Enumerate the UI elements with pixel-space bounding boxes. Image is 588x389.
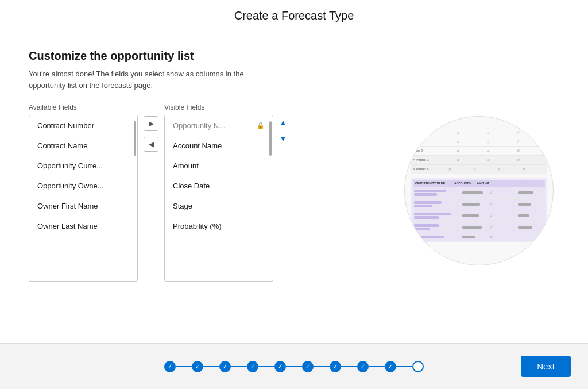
mini-cell: #: [498, 167, 520, 172]
mini-header-cell: ▪▪▪: [500, 182, 520, 185]
preview-inner: ...t Family B # # # Row 1 # # # Row 2 #: [405, 117, 553, 265]
mini-cell: [518, 191, 544, 195]
check-icon: ✓: [305, 363, 310, 369]
left-section: Customize the opportunity list You're al…: [29, 49, 376, 332]
reorder-arrows: ▲ ▼: [273, 116, 293, 145]
mini-cell: [414, 224, 460, 231]
step-line: [341, 366, 357, 367]
mini-cell: [414, 189, 460, 197]
available-fields-list[interactable]: Contract Number Contract Name Opportunit…: [29, 115, 138, 282]
main-content: Customize the opportunity list You're al…: [0, 32, 588, 343]
step-8: ✓: [357, 361, 369, 372]
page-title: Create a Forecast Type: [11, 9, 577, 22]
mini-cell: #: [517, 148, 545, 153]
check-icon: ✓: [250, 363, 255, 369]
mini-cell: Row 1: [413, 140, 455, 143]
check-icon: ✓: [278, 363, 283, 369]
mini-cell: #: [457, 157, 485, 163]
mini-cell: #: [487, 148, 514, 153]
step-6: ✓: [302, 361, 314, 372]
mini-table-row: > Period 4 # # # #: [411, 165, 547, 174]
mini-cell: #: [490, 202, 516, 206]
mini-cell: ...t Family B: [413, 130, 455, 134]
move-down-button[interactable]: ▼: [277, 132, 289, 145]
mini-cell: [462, 235, 488, 239]
mini-cell: #: [490, 191, 516, 195]
list-item[interactable]: Contract Number: [29, 115, 137, 136]
step-line: [203, 366, 219, 367]
mini-cell: [518, 214, 544, 218]
available-fields-label: Available Fields: [29, 103, 138, 111]
mini-header-cell: ACCOUNT NAME: [454, 182, 475, 185]
list-item[interactable]: Opportunity Owne...: [29, 176, 137, 196]
mini-header-cell: ▪▪: [522, 182, 543, 185]
mini-table-row: Row 1 # # #: [411, 137, 547, 147]
next-button[interactable]: Next: [521, 356, 571, 377]
step-3: ✓: [219, 361, 231, 372]
list-item[interactable]: Owner First Name: [29, 196, 137, 216]
list-item[interactable]: Contract Name: [29, 136, 137, 156]
step-5: ✓: [274, 361, 286, 372]
list-item[interactable]: Account Name: [165, 136, 273, 156]
footer: ✓ ✓ ✓ ✓ ✓ ✓ ✓ ✓ ✓ Next: [0, 343, 588, 389]
stepper: ✓ ✓ ✓ ✓ ✓ ✓ ✓ ✓ ✓: [164, 361, 424, 372]
mini-cell: [462, 202, 488, 206]
section-title: Customize the opportunity list: [29, 49, 376, 63]
visible-field-name: Opportunity N...: [173, 121, 225, 130]
mini-table-row: ...t Family B # # #: [411, 128, 547, 137]
scrollbar[interactable]: [269, 121, 272, 156]
check-icon: ✓: [223, 363, 227, 369]
list-item[interactable]: Close Date: [165, 176, 273, 196]
mini-table-row: #: [413, 187, 545, 199]
check-icon: ✓: [333, 363, 338, 369]
visible-fields-list[interactable]: Opportunity N... 🔒 Account Name Amount C…: [164, 115, 273, 282]
mini-cell: #: [448, 167, 471, 172]
move-left-button[interactable]: ◀: [144, 137, 158, 152]
step-line: [369, 366, 385, 367]
page-header: Create a Forecast Type: [0, 0, 588, 32]
list-item[interactable]: Amount: [165, 156, 273, 176]
list-item[interactable]: Opportunity Curre...: [29, 156, 137, 176]
mini-cell: #: [523, 167, 545, 172]
mini-table-header: OPPORTUNITY NAME ACCOUNT NAME AMOUNT ▪▪▪…: [413, 180, 545, 187]
step-7: ✓: [330, 361, 341, 372]
mini-cell: [414, 201, 460, 208]
mini-cell: #: [457, 148, 485, 153]
mini-cell: #: [487, 157, 514, 163]
mini-cell: [518, 202, 544, 206]
check-icon: ✓: [361, 363, 365, 369]
mini-cell: #: [473, 167, 496, 172]
preview-section: ...t Family B # # # Row 1 # # # Row 2 #: [399, 49, 559, 332]
list-item[interactable]: Opportunity N... 🔒: [165, 115, 273, 136]
list-item[interactable]: Probability (%): [165, 216, 273, 236]
preview-circle: ...t Family B # # # Row 1 # # # Row 2 #: [404, 116, 554, 265]
mini-cell: #: [490, 214, 516, 218]
mini-table-row: #: [413, 233, 545, 241]
visible-fields-label: Visible Fields: [164, 103, 273, 111]
step-line: [314, 366, 330, 367]
mini-cell: #: [517, 139, 545, 144]
step-line: [286, 366, 302, 367]
mini-cell: Row 2: [413, 149, 455, 152]
mini-cell: [414, 235, 460, 239]
check-icon: ✓: [195, 363, 200, 369]
mini-cell: [462, 225, 488, 229]
mini-cell: #: [457, 139, 485, 144]
list-item[interactable]: Owner Last Name: [29, 216, 137, 236]
check-icon: ✓: [168, 363, 172, 369]
step-10: [412, 361, 424, 372]
list-item[interactable]: Stage: [165, 196, 273, 216]
move-right-button[interactable]: ▶: [144, 116, 158, 131]
mini-header-cell: OPPORTUNITY NAME: [415, 182, 452, 185]
mini-cell: [462, 214, 488, 218]
lock-icon: 🔒: [257, 122, 265, 129]
scrollbar[interactable]: [134, 121, 136, 156]
step-2: ✓: [192, 361, 203, 372]
mini-cell: #: [490, 225, 516, 229]
mini-cell: #: [487, 139, 514, 144]
fields-container: Available Fields Contract Number Contrac…: [29, 103, 376, 282]
move-up-button[interactable]: ▲: [277, 116, 289, 129]
step-1: ✓: [164, 361, 176, 372]
step-4: ✓: [247, 361, 258, 372]
mini-cell: [518, 225, 544, 229]
